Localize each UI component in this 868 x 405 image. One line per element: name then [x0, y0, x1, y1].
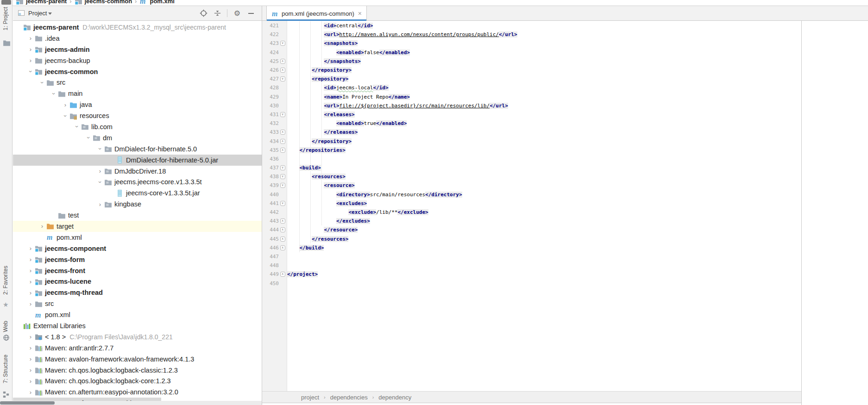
- globe-icon[interactable]: [3, 334, 10, 342]
- fold-open-icon[interactable]: ∨: [280, 165, 285, 170]
- stripe-button-project[interactable]: 1: Project: [2, 7, 9, 31]
- breadcrumb-dependency[interactable]: dependency: [378, 394, 411, 401]
- code-line[interactable]: 448: [262, 261, 801, 270]
- code-line[interactable]: 450: [262, 279, 801, 287]
- expand-arrow-icon[interactable]: ›: [26, 355, 35, 362]
- expand-arrow-icon[interactable]: ›: [26, 333, 35, 340]
- tree-row[interactable]: ›jeecms-common: [13, 66, 262, 77]
- tree-row[interactable]: jeecms-core-v1.3.3.5t.jar: [13, 187, 262, 199]
- expand-arrow-icon[interactable]: ›: [62, 112, 69, 120]
- nav-crumb-parent[interactable]: jeecms-parent: [26, 0, 67, 5]
- code-line[interactable]: 434∧ </repository>: [262, 137, 801, 145]
- code-line[interactable]: 432 <enabled>true</enabled>: [262, 119, 801, 128]
- fold-open-icon[interactable]: ∨: [280, 41, 285, 46]
- nav-crumb-common[interactable]: jeecms-common: [85, 0, 132, 5]
- code-line[interactable]: 429 <name>In Project Repo</name>: [262, 93, 801, 101]
- panel-title[interactable]: Project: [28, 10, 47, 17]
- fold-open-icon[interactable]: ∨: [280, 76, 285, 81]
- tree-row[interactable]: mpom.xml: [13, 309, 262, 320]
- code-line[interactable]: 427∨ <repository>: [262, 75, 801, 83]
- tree-row[interactable]: ›Maven: ch.qos.logback:logback-classic:1…: [13, 365, 262, 376]
- expand-arrow-icon[interactable]: ›: [26, 289, 35, 296]
- fold-open-icon[interactable]: ∨: [280, 183, 285, 188]
- tree-row[interactable]: ›.idea: [13, 33, 262, 44]
- horizontal-scrollbar[interactable]: [0, 401, 262, 405]
- fold-close-icon[interactable]: ∧: [280, 227, 285, 232]
- tree-row[interactable]: ›jeecms-admin: [13, 44, 262, 55]
- pressed-tool-button[interactable]: [1, 0, 11, 5]
- code-line[interactable]: 443∧ </excludes>: [262, 217, 801, 225]
- tree-row[interactable]: ›java: [13, 99, 262, 110]
- tree-row[interactable]: ›jeecms-component: [13, 243, 262, 254]
- code-line[interactable]: 430 <url>file://${project.basedir}/src/m…: [262, 101, 801, 110]
- stripe-button-web[interactable]: Web: [2, 321, 9, 332]
- tree-row[interactable]: External Libraries: [13, 320, 262, 331]
- tree-row[interactable]: ›DmJdbcDriver.18: [13, 166, 262, 177]
- expand-arrow-icon[interactable]: ›: [26, 57, 35, 64]
- tree-row[interactable]: ›jeecms.jeecms-core.v1.3.3.5t: [13, 176, 262, 187]
- chevron-down-icon[interactable]: [48, 12, 52, 15]
- code-line[interactable]: 436: [262, 155, 801, 163]
- stripe-button-structure[interactable]: 7: Structure: [2, 355, 9, 383]
- expand-arrow-icon[interactable]: ›: [74, 123, 81, 131]
- expand-arrow-icon[interactable]: ›: [26, 344, 35, 351]
- tree-row[interactable]: ›jeecms-lucene: [13, 276, 262, 287]
- expand-arrow-icon[interactable]: ›: [38, 223, 46, 230]
- expand-arrow-icon[interactable]: ›: [26, 267, 35, 274]
- collapse-all-icon[interactable]: [213, 9, 221, 18]
- code-line[interactable]: 426∧ </repository>: [262, 66, 801, 75]
- code-line[interactable]: 445∧ </resources>: [262, 235, 801, 243]
- tree-row[interactable]: ›src: [13, 77, 262, 88]
- hide-panel-icon[interactable]: [247, 9, 255, 18]
- tree-row[interactable]: ›< 1.8 >C:\Program Files\Java\jdk1.8.0_2…: [13, 331, 262, 343]
- code-line[interactable]: 444∧ </resource>: [262, 225, 801, 234]
- tree-row[interactable]: DmDialect-for-hibernate-5.0.jar: [13, 155, 262, 166]
- tree-row[interactable]: ›jeecms-backup: [13, 55, 262, 66]
- fold-open-icon[interactable]: ∨: [280, 201, 285, 206]
- code-line[interactable]: 422 <url>http://maven.aliyun.com/nexus/c…: [262, 30, 801, 39]
- expand-arrow-icon[interactable]: ›: [26, 278, 35, 285]
- tree-row[interactable]: ›jeecms-form: [13, 254, 262, 265]
- tree-row[interactable]: ›jeecms-mq-thread: [13, 287, 262, 298]
- code-line[interactable]: 440 <directory>src/main/resources</direc…: [262, 190, 801, 199]
- code-line[interactable]: 446∧ </build>: [262, 243, 801, 252]
- tree-row[interactable]: ›src: [13, 298, 262, 309]
- code-line[interactable]: 438∨ <resources>: [262, 172, 801, 181]
- tree-row[interactable]: test: [13, 210, 262, 221]
- tree-row[interactable]: ›Maven: antlr:antlr:2.7.7: [13, 343, 262, 354]
- locate-icon[interactable]: [199, 9, 208, 18]
- expand-arrow-icon[interactable]: ›: [26, 378, 35, 385]
- code-line[interactable]: 441∨ <excludes>: [262, 199, 801, 208]
- star-icon[interactable]: ★: [3, 301, 9, 308]
- tree-row[interactable]: ›lib.com: [13, 121, 262, 132]
- tree-row[interactable]: mpom.xml: [13, 232, 262, 243]
- settings-gear-icon[interactable]: ⚙: [233, 9, 241, 18]
- nav-crumb-pom[interactable]: pom.xml: [150, 0, 174, 5]
- code-line[interactable]: 447: [262, 252, 801, 261]
- fold-open-icon[interactable]: ∨: [280, 174, 285, 179]
- fold-close-icon[interactable]: ∧: [280, 218, 285, 224]
- expand-arrow-icon[interactable]: ›: [27, 68, 34, 76]
- fold-close-icon[interactable]: ∧: [280, 59, 285, 64]
- code-line[interactable]: 425∧ </snapshots>: [262, 57, 801, 66]
- tree-row[interactable]: ›dm: [13, 132, 262, 143]
- tree-row[interactable]: ›jeecms-front: [13, 265, 262, 276]
- code-line[interactable]: 428 <id>jeecms-local</id>: [262, 83, 801, 92]
- tree-row[interactable]: ›DmDialect-for-hibernate.5.0: [13, 143, 262, 155]
- code-line[interactable]: 424 <enabled>false</enabled>: [262, 48, 801, 57]
- code-line[interactable]: 423∨ <snapshots>: [262, 39, 801, 48]
- fold-close-icon[interactable]: ∧: [280, 245, 285, 250]
- code-line[interactable]: 439∨ <resource>: [262, 181, 801, 190]
- code-line[interactable]: 421 <id>central</id>: [262, 21, 801, 30]
- stripe-button-favorites[interactable]: 2: Favorites: [2, 266, 9, 295]
- expand-arrow-icon[interactable]: ›: [61, 101, 69, 108]
- expand-arrow-icon[interactable]: ›: [26, 245, 35, 252]
- breadcrumb-dependencies[interactable]: dependencies: [330, 394, 368, 401]
- expand-arrow-icon[interactable]: ›: [26, 367, 35, 374]
- code-line[interactable]: 449∧</project>: [262, 270, 801, 279]
- tab-pom-xml[interactable]: m pom.xml (jeecms-common) ×: [266, 6, 367, 21]
- code-line[interactable]: 437∨ <build>: [262, 163, 801, 172]
- project-tool-icon[interactable]: [3, 39, 10, 46]
- expand-arrow-icon[interactable]: ›: [26, 256, 35, 263]
- code-line[interactable]: 435∧ </repositories>: [262, 146, 801, 155]
